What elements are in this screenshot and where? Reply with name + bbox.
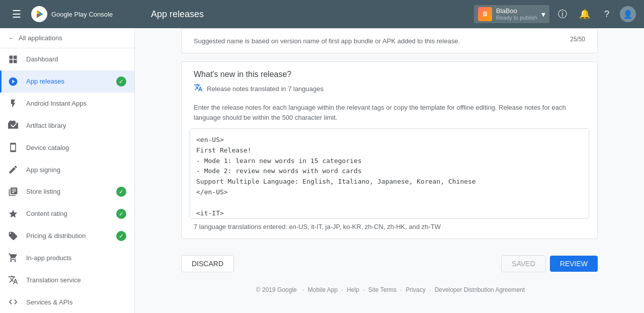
sidebar-item-artifact-library[interactable]: Artifact library xyxy=(0,114,134,136)
sidebar-item-services[interactable]: Services & APIs xyxy=(0,291,134,313)
back-label: All applications xyxy=(19,34,62,42)
translate-icon xyxy=(194,83,203,95)
translation-notice: Release notes translated in 7 languages xyxy=(194,83,585,95)
review-button[interactable]: REVIEW xyxy=(550,256,598,272)
translation-icon xyxy=(8,275,18,285)
language-count-bar: 7 language translations entered: en-US, … xyxy=(182,219,597,239)
sidebar-item-store-listing[interactable]: Store listing ✓ xyxy=(0,181,134,203)
sidebar-item-in-app-products[interactable]: In-app products xyxy=(0,247,134,269)
sidebar-item-label-in-app-products: In-app products xyxy=(26,254,126,262)
in-app-products-icon xyxy=(8,253,18,263)
whats-new-card: What's new in this release? Release note… xyxy=(181,61,598,239)
page-title-header: App releases xyxy=(151,9,466,20)
artifact-library-icon xyxy=(8,120,18,130)
app-signing-icon xyxy=(8,165,18,175)
footer-link-site-terms[interactable]: Site Terms xyxy=(368,286,396,293)
suggested-name-card: 25/50 Suggested name is based on version… xyxy=(181,28,598,53)
android-instant-icon xyxy=(8,99,18,109)
app-selector-chevron-icon: ▾ xyxy=(541,10,545,19)
footer-link-privacy[interactable]: Privacy xyxy=(406,286,425,293)
header-left: ☰ Google Play Console xyxy=(8,6,143,22)
footer-separator-1: · xyxy=(302,286,306,293)
store-listing-icon xyxy=(8,187,18,197)
footer-link-help[interactable]: Help xyxy=(347,286,359,293)
content-rating-check-badge: ✓ xyxy=(116,209,126,219)
pricing-check-badge: ✓ xyxy=(116,231,126,241)
dashboard-icon xyxy=(8,54,18,64)
app-releases-icon xyxy=(8,76,18,87)
suggested-name-section: 25/50 Suggested name is based on version… xyxy=(182,29,597,53)
header-logo: Google Play Console xyxy=(31,6,113,22)
sidebar-item-label-dashboard: Dashboard xyxy=(26,55,126,63)
sidebar-item-label-store-listing: Store listing xyxy=(26,188,108,195)
sidebar: ← All applications Dashboard App release… xyxy=(0,28,135,313)
sidebar-item-label-content-rating: Content rating xyxy=(26,210,108,217)
app-releases-check-badge: ✓ xyxy=(116,76,126,87)
play-store-logo-icon xyxy=(31,6,47,22)
sidebar-back-btn[interactable]: ← All applications xyxy=(0,28,134,48)
sidebar-item-content-rating[interactable]: Content rating ✓ xyxy=(0,203,134,225)
notification-icon-btn[interactable]: 🔔 xyxy=(576,5,594,23)
services-icon xyxy=(8,297,18,307)
app-icon: B xyxy=(478,7,492,21)
char-count: 25/50 xyxy=(570,36,585,43)
header-right: B BlaBoo Ready to publish ▾ ⓘ 🔔 ? 👤 xyxy=(474,5,636,24)
back-arrow-icon: ← xyxy=(8,34,15,42)
suggested-name-text: Suggested name is based on version name … xyxy=(194,37,460,45)
translation-notice-text: Release notes translated in 7 languages xyxy=(207,85,324,93)
content-inner: 25/50 Suggested name is based on version… xyxy=(173,28,606,311)
help-icon-btn[interactable]: ? xyxy=(598,5,616,23)
footer-separator-5: · xyxy=(429,286,433,293)
sidebar-item-device-catalog[interactable]: Device catalog xyxy=(0,136,134,159)
sidebar-item-app-signing[interactable]: App signing xyxy=(0,159,134,181)
device-catalog-icon xyxy=(8,142,18,152)
sidebar-item-translation[interactable]: Translation service xyxy=(0,269,134,291)
actions-bar: DISCARD SAVED REVIEW xyxy=(181,247,598,280)
sidebar-item-android-instant[interactable]: Android Instant Apps xyxy=(0,93,134,115)
hamburger-icon[interactable]: ☰ xyxy=(8,6,25,22)
footer: © 2019 Google · Mobile App · Help · Site… xyxy=(181,280,598,299)
footer-link-dev-dist-agreement[interactable]: Developer Distribution Agreement xyxy=(435,286,525,293)
pricing-icon xyxy=(8,231,18,241)
sidebar-item-label-translation: Translation service xyxy=(26,276,126,284)
store-listing-check-badge: ✓ xyxy=(116,187,126,197)
info-icon-btn[interactable]: ⓘ xyxy=(553,5,572,23)
footer-separator-3: · xyxy=(363,286,366,293)
release-notes-textarea[interactable]: <en-US> First Release! - Mode 1: learn n… xyxy=(190,128,589,219)
release-notes-description: Enter the release notes for each languag… xyxy=(182,103,597,128)
sidebar-item-label-services: Services & APIs xyxy=(26,298,126,306)
app-name: BlaBoo xyxy=(496,7,537,15)
footer-separator-2: · xyxy=(341,286,345,293)
sidebar-item-label-artifact-library: Artifact library xyxy=(26,122,126,129)
saved-button: SAVED xyxy=(501,255,545,272)
console-name-label: Google Play Console xyxy=(51,11,113,18)
app-status: Ready to publish xyxy=(496,15,537,21)
sidebar-item-app-releases[interactable]: App releases ✓ xyxy=(0,70,134,93)
top-header: ☰ Google Play Console App releases B Bla… xyxy=(0,0,644,28)
main-layout: ← All applications Dashboard App release… xyxy=(0,28,644,313)
sidebar-item-label-pricing: Pricing & distribution xyxy=(26,232,108,240)
content-rating-icon xyxy=(8,209,18,219)
sidebar-item-label-android-instant: Android Instant Apps xyxy=(26,100,126,107)
app-info: BlaBoo Ready to publish xyxy=(496,7,537,22)
whats-new-title: What's new in this release? xyxy=(194,70,585,79)
sidebar-item-label-app-signing: App signing xyxy=(26,166,126,174)
whats-new-header: What's new in this release? Release note… xyxy=(182,62,597,103)
avatar[interactable]: 👤 xyxy=(620,6,636,22)
main-content: 25/50 Suggested name is based on version… xyxy=(135,28,644,313)
sidebar-item-label-device-catalog: Device catalog xyxy=(26,144,126,151)
app-selector[interactable]: B BlaBoo Ready to publish ▾ xyxy=(474,5,549,24)
sidebar-item-pricing[interactable]: Pricing & distribution ✓ xyxy=(0,225,134,247)
footer-copyright: © 2019 Google xyxy=(256,286,297,293)
footer-link-mobile-app[interactable]: Mobile App xyxy=(308,286,338,293)
footer-separator-4: · xyxy=(400,286,404,293)
sidebar-item-label-app-releases: App releases xyxy=(26,77,108,85)
sidebar-item-dashboard[interactable]: Dashboard xyxy=(0,48,134,70)
discard-button[interactable]: DISCARD xyxy=(181,255,234,272)
